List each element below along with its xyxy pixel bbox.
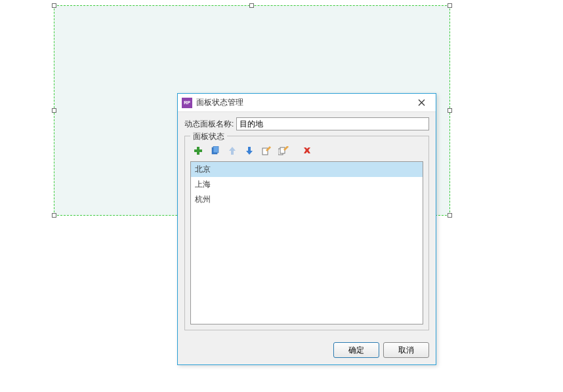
move-up-button <box>227 146 238 156</box>
resize-handle-bl[interactable] <box>52 213 56 218</box>
duplicate-icon <box>211 146 220 155</box>
states-toolbar <box>190 142 423 161</box>
add-state-button[interactable] <box>193 146 203 156</box>
fieldset-legend: 面板状态 <box>190 131 227 142</box>
close-icon <box>418 99 425 106</box>
states-list[interactable]: 北京 上海 杭州 <box>190 161 423 324</box>
resize-handle-tl[interactable] <box>52 3 56 8</box>
edit-all-button[interactable] <box>278 146 289 156</box>
plus-icon <box>194 146 203 155</box>
edit-all-icon <box>278 146 289 155</box>
resize-handle-br[interactable] <box>448 213 452 218</box>
resize-handle-mr[interactable] <box>448 108 452 113</box>
state-item[interactable]: 北京 <box>191 162 423 177</box>
resize-handle-ml[interactable] <box>52 108 56 113</box>
state-item[interactable]: 杭州 <box>191 192 423 207</box>
ok-button[interactable]: 确定 <box>333 342 379 358</box>
dialog-titlebar[interactable]: RP 面板状态管理 <box>178 94 436 112</box>
move-down-button[interactable] <box>244 146 255 156</box>
dialog-title: 面板状态管理 <box>196 97 409 108</box>
duplicate-state-button[interactable] <box>210 146 220 156</box>
delete-state-button[interactable] <box>302 146 312 156</box>
arrow-down-icon <box>245 146 254 155</box>
resize-handle-tm[interactable] <box>249 3 254 8</box>
arrow-up-icon <box>228 146 237 155</box>
panel-states-fieldset: 面板状态 <box>184 136 429 330</box>
panel-name-input[interactable] <box>236 117 429 130</box>
panel-name-label: 动态面板名称: <box>184 119 234 130</box>
edit-icon <box>262 146 271 155</box>
dialog-footer: 确定 取消 <box>178 337 436 364</box>
app-icon-text: RP <box>184 100 190 105</box>
edit-state-button[interactable] <box>261 146 272 156</box>
panel-state-dialog: RP 面板状态管理 动态面板名称: 面板状态 <box>177 93 436 365</box>
svg-rect-8 <box>280 147 285 153</box>
state-item[interactable]: 上海 <box>191 177 423 192</box>
cancel-button[interactable]: 取消 <box>383 342 429 358</box>
delete-icon <box>302 146 312 155</box>
close-button[interactable] <box>409 95 433 111</box>
svg-rect-5 <box>213 146 219 153</box>
svg-rect-3 <box>194 149 202 152</box>
panel-name-row: 动态面板名称: <box>184 117 429 130</box>
app-icon: RP <box>182 98 192 108</box>
resize-handle-tr[interactable] <box>448 3 452 8</box>
dialog-body: 动态面板名称: 面板状态 <box>178 112 436 337</box>
